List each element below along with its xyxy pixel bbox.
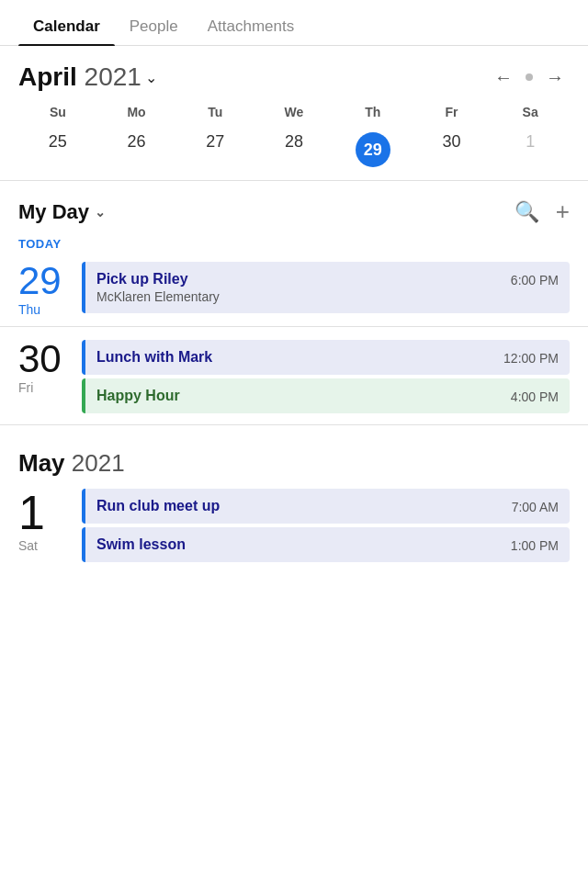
event-title-swim: Swim lesson <box>96 536 186 553</box>
event-title-riley: Pick up Riley <box>96 271 220 288</box>
event-title-run: Run club meet up <box>96 498 220 514</box>
month-header: April 2021 ⌄ ← → <box>0 46 588 101</box>
day-number-29: 29 <box>18 262 62 300</box>
event-lunch-mark[interactable]: Lunch with Mark 12:00 PM <box>82 340 570 375</box>
event-time-run: 7:00 AM <box>512 498 559 514</box>
date-28[interactable]: 28 <box>254 127 334 173</box>
weekday-labels: Su Mo Tu We Th Fr Sa <box>0 101 588 123</box>
date-27[interactable]: 27 <box>175 127 254 173</box>
calendar-divider <box>0 180 588 181</box>
event-details-happy: Happy Hour <box>96 388 180 404</box>
event-content-riley: Pick up Riley McKlaren Elementary 6:00 P… <box>85 262 570 313</box>
my-day-header: My Day ⌄ 🔍 + <box>0 186 588 233</box>
weekday-mo: Mo <box>97 101 176 123</box>
events-col-30: Lunch with Mark 12:00 PM Happy Hour 4:00… <box>82 336 570 415</box>
events-col-may1: Run club meet up 7:00 AM Swim lesson 1:0… <box>82 485 570 564</box>
my-day-title-group[interactable]: My Day ⌄ <box>18 200 106 224</box>
weekday-tu: Tu <box>175 101 254 123</box>
date-26[interactable]: 26 <box>97 127 176 173</box>
next-month-button[interactable]: → <box>540 63 570 92</box>
event-time-lunch: 12:00 PM <box>503 349 559 366</box>
event-title-lunch: Lunch with Mark <box>96 349 212 366</box>
month-title: April 2021 <box>18 62 141 92</box>
event-title-happy: Happy Hour <box>96 388 180 404</box>
may-section-title: May 2021 <box>0 434 588 485</box>
event-time-happy: 4:00 PM <box>511 388 559 404</box>
event-content-swim: Swim lesson 1:00 PM <box>85 527 570 562</box>
my-day-action-icons: 🔍 + <box>514 197 570 226</box>
day-block-may-1: 1 Sat Run club meet up 7:00 AM Swim less… <box>0 485 588 564</box>
event-content-lunch: Lunch with Mark 12:00 PM <box>85 340 570 375</box>
weekday-we: We <box>254 101 334 123</box>
date-25[interactable]: 25 <box>18 127 97 173</box>
my-day-chevron[interactable]: ⌄ <box>95 205 106 220</box>
date-30[interactable]: 30 <box>413 127 492 173</box>
event-content-run: Run club meet up 7:00 AM <box>85 489 570 524</box>
month-dropdown-chevron[interactable]: ⌄ <box>145 69 157 86</box>
month-title-group[interactable]: April 2021 ⌄ <box>18 62 157 92</box>
event-subtitle-riley: McKlaren Elementary <box>96 289 220 304</box>
today-circle: 29 <box>356 132 390 167</box>
event-swim-lesson[interactable]: Swim lesson 1:00 PM <box>82 527 570 562</box>
add-event-icon[interactable]: + <box>556 197 570 226</box>
day-number-may1: 1 <box>18 489 45 536</box>
events-col-29: Pick up Riley McKlaren Elementary 6:00 P… <box>82 258 570 317</box>
day-number-30: 30 <box>18 340 62 378</box>
day-name-fri: Fri <box>18 380 33 395</box>
tab-attachments[interactable]: Attachments <box>193 6 310 45</box>
weekday-fr: Fr <box>413 101 492 123</box>
event-time-swim: 1:00 PM <box>511 536 559 553</box>
day-block-29: 29 Thu Pick up Riley McKlaren Elementary… <box>0 258 588 317</box>
event-details-lunch: Lunch with Mark <box>96 349 212 366</box>
event-time-riley: 6:00 PM <box>511 271 559 288</box>
tab-calendar[interactable]: Calendar <box>18 6 115 45</box>
day-num-col-may1: 1 Sat <box>18 485 69 564</box>
event-pick-up-riley[interactable]: Pick up Riley McKlaren Elementary 6:00 P… <box>82 262 570 313</box>
tab-bar: Calendar People Attachments <box>0 0 588 46</box>
weekday-th: Th <box>334 101 413 123</box>
tab-people[interactable]: People <box>115 6 193 45</box>
search-icon[interactable]: 🔍 <box>514 200 539 224</box>
calendar-dates: 25 26 27 28 29 30 1 <box>0 127 588 173</box>
event-content-happy: Happy Hour 4:00 PM <box>85 378 570 413</box>
today-dot[interactable] <box>526 73 533 81</box>
prev-month-button[interactable]: ← <box>489 63 518 92</box>
today-label: TODAY <box>0 233 588 258</box>
event-run-club[interactable]: Run club meet up 7:00 AM <box>82 489 570 524</box>
event-details-riley: Pick up Riley McKlaren Elementary <box>96 271 220 304</box>
day-name-sat: Sat <box>18 538 38 553</box>
day-block-30: 30 Fri Lunch with Mark 12:00 PM Happy Ho… <box>0 336 588 415</box>
date-29-today[interactable]: 29 <box>334 127 413 173</box>
day-divider-30-may <box>0 424 588 425</box>
event-details-swim: Swim lesson <box>96 536 186 553</box>
day-num-col-29: 29 Thu <box>18 258 69 317</box>
day-divider-29-30 <box>0 326 588 327</box>
nav-arrows: ← → <box>489 63 570 92</box>
event-happy-hour[interactable]: Happy Hour 4:00 PM <box>82 378 570 413</box>
weekday-su: Su <box>18 101 97 123</box>
event-details-run: Run club meet up <box>96 498 220 514</box>
weekday-sa: Sa <box>491 101 570 123</box>
date-1-may[interactable]: 1 <box>491 127 570 173</box>
day-num-col-30: 30 Fri <box>18 336 69 415</box>
day-name-thu: Thu <box>18 302 40 317</box>
